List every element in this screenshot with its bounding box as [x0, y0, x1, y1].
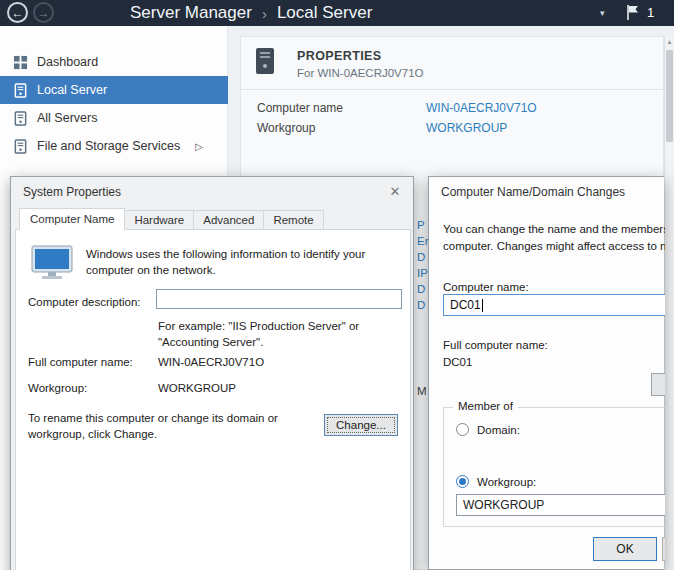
domain-radio-label: Domain:	[477, 424, 520, 436]
dashboard-icon	[13, 55, 28, 70]
sidebar-item-all-servers[interactable]: All Servers	[0, 104, 228, 132]
radio-unchecked-icon[interactable]	[456, 423, 469, 436]
close-icon[interactable]: ✕	[385, 183, 405, 201]
divider	[241, 89, 663, 90]
computer-description-label: Computer description:	[28, 294, 141, 310]
computer-description-input[interactable]	[156, 289, 402, 309]
intro-line-2: computer. Changes might affect access to…	[443, 238, 665, 255]
tab-remote[interactable]: Remote	[263, 210, 323, 230]
forward-button[interactable]: →	[33, 2, 54, 23]
computer-name-input[interactable]: DC01	[443, 294, 665, 316]
dialog-title: System Properties	[23, 185, 121, 199]
sidebar-item-label: Local Server	[37, 83, 107, 97]
tab-advanced[interactable]: Advanced	[193, 210, 264, 230]
notification-count[interactable]: 1	[647, 5, 654, 20]
monitor-icon	[30, 244, 74, 286]
notification-flag-icon[interactable]	[626, 4, 639, 25]
ok-button[interactable]: OK	[593, 537, 657, 561]
tabstrip: Computer Name Hardware Advanced Remote	[19, 209, 323, 230]
radio-checked-icon[interactable]	[456, 475, 469, 488]
computer-name-input-value: DC01	[450, 298, 481, 312]
chevron-down-icon[interactable]: ▾	[600, 8, 605, 18]
change-button[interactable]: Change...	[324, 414, 398, 436]
workgroup-radio-label: Workgroup:	[477, 476, 536, 488]
sidebar-item-local-server[interactable]: Local Server	[0, 76, 228, 104]
workgroup-label: Workgroup:	[28, 380, 87, 396]
more-button-clipped[interactable]	[651, 373, 665, 396]
forward-arrow-icon: →	[38, 6, 50, 20]
server-icon	[13, 83, 28, 98]
change-membership-text: You can change the name and the membersh…	[443, 221, 665, 254]
workgroup-value: WORKGROUP	[158, 380, 236, 396]
description-example-text: For example: "IIS Production Server" or …	[158, 318, 404, 350]
computer-name-link[interactable]: WIN-0AECRJ0V71O	[426, 101, 537, 115]
rename-hint-text: To rename this computer or change its do…	[28, 410, 306, 442]
scrollbar-thumb[interactable]	[666, 50, 673, 142]
scroll-up-icon[interactable]: ▴	[665, 38, 674, 46]
sidebar-item-label: File and Storage Services	[37, 139, 180, 153]
full-computer-name-value: DC01	[443, 354, 472, 371]
workgroup-name-input[interactable]: WORKGROUP	[456, 494, 665, 516]
servers-icon	[13, 111, 28, 126]
text-cursor	[482, 299, 483, 312]
dialog-titlebar[interactable]: Computer Name/Domain Changes	[429, 177, 664, 207]
storage-server-icon	[13, 139, 28, 154]
dialog-title: Computer Name/Domain Changes	[441, 185, 625, 199]
sidebar-item-label: All Servers	[37, 111, 97, 125]
identify-info-text: Windows uses the following information t…	[86, 246, 400, 278]
breadcrumb-separator: ›	[262, 5, 267, 22]
tab-hardware[interactable]: Hardware	[124, 210, 194, 230]
computer-name-label: Computer name	[257, 101, 343, 115]
workgroup-radio-option[interactable]: Workgroup:	[456, 475, 536, 488]
expand-chevron-icon[interactable]: ▷	[195, 141, 203, 152]
system-properties-dialog: System Properties ✕ Computer Name Hardwa…	[10, 176, 414, 570]
computer-name-tab-page: Windows uses the following information t…	[15, 229, 411, 570]
sidebar-item-dashboard[interactable]: Dashboard	[0, 48, 228, 76]
server-manager-window: ← → Server Manager › Local Server ▾ 1	[0, 0, 674, 570]
cancel-button-clipped[interactable]	[662, 537, 665, 561]
full-computer-name-label: Full computer name:	[443, 337, 548, 354]
breadcrumb: Server Manager › Local Server	[130, 0, 372, 26]
vertical-scrollbar[interactable]: ▴	[664, 36, 674, 570]
sidebar-item-label: Dashboard	[37, 55, 98, 69]
domain-radio-option[interactable]: Domain:	[456, 423, 520, 436]
tab-computer-name[interactable]: Computer Name	[19, 208, 125, 230]
back-arrow-icon: ←	[12, 6, 24, 20]
workgroup-label: Workgroup	[257, 121, 315, 135]
properties-title: PROPERTIES	[297, 49, 382, 63]
name-domain-changes-dialog: Computer Name/Domain Changes You can cha…	[428, 176, 664, 570]
back-button[interactable]: ←	[7, 2, 28, 23]
app-title: Server Manager	[130, 3, 252, 23]
dialog-titlebar[interactable]: System Properties	[11, 177, 413, 207]
properties-subtitle: For WIN-0AECRJ0V71O	[297, 67, 424, 79]
workgroup-input-value: WORKGROUP	[463, 498, 544, 512]
full-computer-name-label: Full computer name:	[28, 354, 133, 370]
intro-line-1: You can change the name and the membersh…	[443, 221, 665, 238]
breadcrumb-section[interactable]: Local Server	[277, 3, 372, 23]
workgroup-link[interactable]: WORKGROUP	[426, 121, 507, 135]
full-computer-name-value: WIN-0AECRJ0V71O	[158, 354, 264, 370]
sidebar-item-file-storage-services[interactable]: File and Storage Services ▷	[0, 132, 228, 160]
member-of-label: Member of	[453, 400, 518, 412]
server-tile-icon	[255, 47, 275, 79]
topbar: ← → Server Manager › Local Server ▾ 1	[0, 0, 674, 26]
